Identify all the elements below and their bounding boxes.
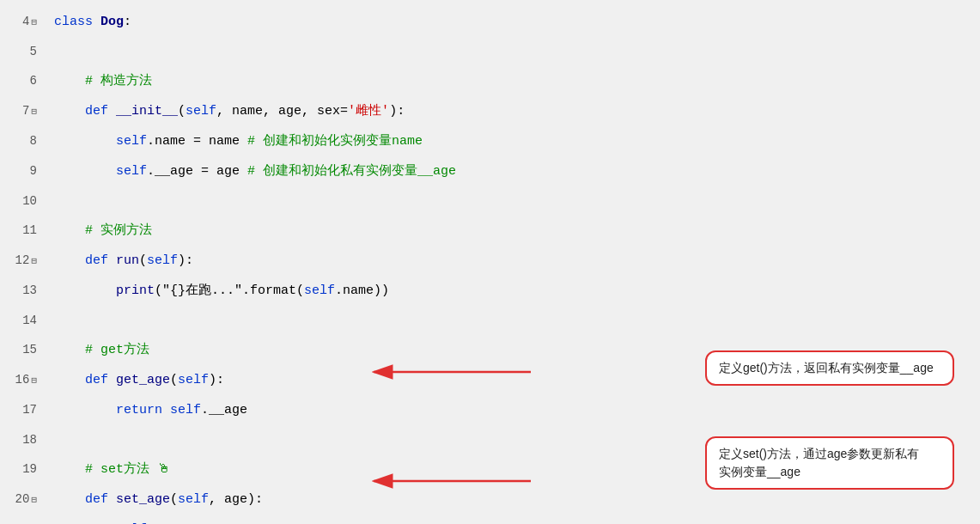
token: def — [85, 492, 108, 507]
line-number: 8 — [0, 126, 47, 155]
token: .__age — [201, 403, 247, 417]
token: set_age — [108, 492, 170, 507]
annotation-text-set: 定义set()方法，通过age参数更新私有实例变量__age — [719, 447, 919, 478]
token: self — [178, 492, 209, 507]
token: self — [147, 253, 178, 268]
line-content: # 实例方法 — [47, 216, 980, 246]
token: : — [124, 15, 131, 29]
token: __init__ — [108, 104, 178, 119]
token: ( — [170, 492, 178, 507]
line-number: 18 — [0, 425, 47, 454]
line-content: def set_age(self, age): — [47, 485, 980, 515]
annotation-text-get: 定义get()方法，返回私有实例变量__age — [719, 361, 934, 375]
token — [54, 283, 116, 298]
line-number: 7⊟ — [0, 96, 47, 126]
code-line: 13 print("{}在跑...".format(self.name)) — [0, 276, 980, 306]
line-content: self.name = name # 创建和初始化实例变量name — [47, 127, 980, 156]
line-content: self.__age = age # 创建和初始化私有实例变量__age — [47, 157, 980, 186]
token: # 实例方法 — [54, 223, 152, 238]
code-line: 17 return self.__age — [0, 395, 980, 425]
annotation-box-set: 定义set()方法，通过age参数更新私有实例变量__age — [705, 436, 954, 490]
token — [54, 253, 85, 268]
token: return — [116, 403, 162, 417]
line-content: print("{}在跑...".format(self.name)) — [47, 277, 980, 306]
line-number: 5 — [0, 37, 47, 66]
token: ("{}在跑...".format( — [155, 283, 304, 298]
token: self — [304, 283, 335, 298]
token: ): — [178, 253, 193, 268]
line-number: 21 — [0, 515, 47, 524]
token: .name)) — [335, 283, 389, 298]
line-content: self.__age = age — [47, 515, 980, 524]
line-number: 11 — [0, 216, 47, 245]
line-number: 19 — [0, 454, 47, 484]
token: self — [162, 403, 201, 417]
line-number: 4⊟ — [0, 7, 47, 37]
line-number: 16⊟ — [0, 365, 47, 395]
token — [54, 403, 116, 417]
token: ( — [178, 104, 186, 119]
code-line: 4⊟class Dog: — [0, 7, 980, 37]
token: ( — [170, 373, 178, 387]
token: , age): — [209, 492, 263, 507]
token: Dog — [100, 15, 124, 29]
code-line: 9 self.__age = age # 创建和初始化私有实例变量__age — [0, 156, 980, 186]
token: ): — [209, 373, 224, 387]
token: ): — [389, 104, 405, 119]
token: run — [108, 253, 139, 268]
token: get_age — [108, 373, 170, 387]
code-container: 4⊟class Dog:56 # 构造方法7⊟ def __init__(sel… — [0, 0, 980, 524]
code-line: 10 — [0, 186, 980, 216]
line-number: 15 — [0, 335, 47, 364]
line-number: 20⊟ — [0, 484, 47, 515]
code-line: 12⊟ def run(self): — [0, 246, 980, 276]
token: .name = name — [147, 134, 247, 149]
token: '雌性' — [348, 104, 389, 119]
token: print — [116, 283, 155, 298]
token: # 创建和初始化私有实例变量__age — [247, 164, 456, 179]
token: def — [85, 104, 108, 119]
token: self — [178, 373, 209, 387]
code-line: 11 # 实例方法 — [0, 216, 980, 246]
token: # get方法 — [54, 343, 149, 357]
line-number: 6 — [0, 66, 47, 95]
code-line: 8 self.name = name # 创建和初始化实例变量name — [0, 126, 980, 156]
token: self — [54, 164, 147, 179]
token: class — [54, 15, 100, 29]
code-line: 6 # 构造方法 — [0, 66, 980, 96]
line-number: 17 — [0, 395, 47, 424]
line-content: return self.__age — [47, 396, 980, 425]
token: self — [54, 134, 147, 149]
token: def — [85, 373, 108, 387]
code-line: 5 — [0, 37, 980, 66]
token: self — [186, 104, 216, 119]
token — [54, 492, 85, 507]
annotation-box-get: 定义get()方法，返回私有实例变量__age — [705, 350, 954, 386]
token: .__age = age — [147, 164, 247, 179]
token: # set方法 🖱 — [54, 462, 170, 477]
line-content: def run(self): — [47, 247, 980, 276]
code-line: 7⊟ def __init__(self, name, age, sex='雌性… — [0, 96, 980, 126]
line-number: 12⊟ — [0, 246, 47, 276]
line-number: 13 — [0, 276, 47, 305]
line-number: 14 — [0, 306, 47, 335]
line-number: 10 — [0, 186, 47, 216]
token: def — [85, 253, 108, 268]
line-content: class Dog: — [47, 8, 980, 37]
line-number: 9 — [0, 156, 47, 186]
line-content: def __init__(self, name, age, sex='雌性'): — [47, 97, 980, 126]
code-line: 21 self.__age = age — [0, 515, 980, 524]
line-content: # 构造方法 — [47, 67, 980, 96]
token: , name, age, sex= — [216, 104, 348, 119]
token: ( — [139, 253, 147, 268]
token: # 创建和初始化实例变量name — [247, 134, 423, 149]
code-line: 14 — [0, 306, 980, 335]
token — [54, 104, 85, 119]
token — [54, 373, 85, 387]
token: # 构造方法 — [54, 74, 152, 88]
